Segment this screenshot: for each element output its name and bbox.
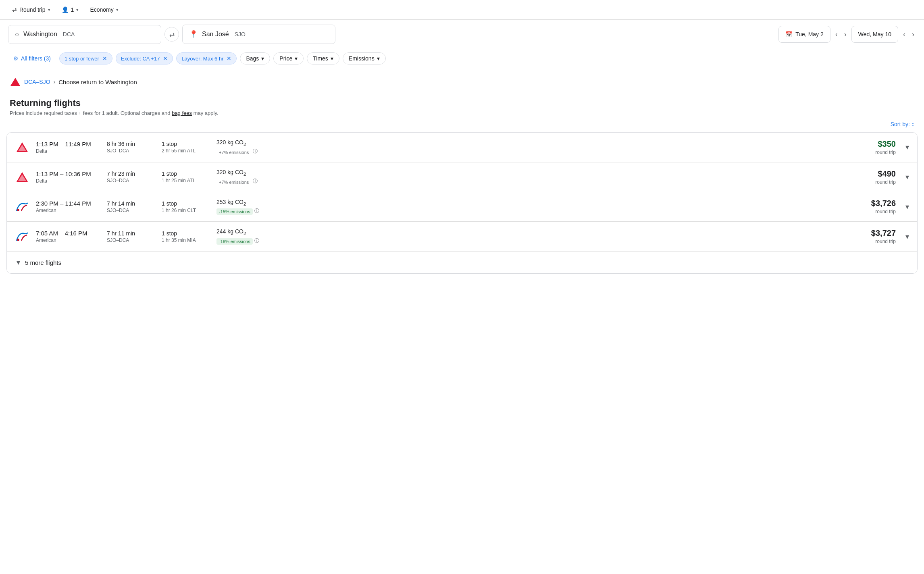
trip-type-selector[interactable]: ⇄ Round trip ▾ xyxy=(8,4,54,15)
stop-chip-close[interactable]: ✕ xyxy=(102,55,107,62)
origin-icon: ○ xyxy=(15,30,19,39)
depart-date-field[interactable]: 📅 Tue, May 2 xyxy=(778,26,830,43)
flight-duration: 7 hr 14 min SJO–DCA xyxy=(107,200,155,213)
price-amount: $3,727 xyxy=(855,229,896,238)
trip-type-chevron: ▾ xyxy=(48,7,50,12)
expand-icon[interactable]: ▾ xyxy=(905,173,909,181)
emissions-filter-button[interactable]: Emissions ▾ xyxy=(343,52,386,64)
destination-field[interactable]: 📍 San José SJO xyxy=(182,25,335,44)
exclude-chip-close[interactable]: ✕ xyxy=(163,55,168,62)
flight-stops: 1 stop 2 hr 55 min ATL xyxy=(162,141,210,154)
stops-main: 1 stop xyxy=(162,171,210,177)
stops-detail: 2 hr 55 min ATL xyxy=(162,148,210,154)
return-next-btn[interactable]: › xyxy=(910,29,916,40)
bags-filter-button[interactable]: Bags ▾ xyxy=(240,52,270,64)
duration-main: 8 hr 36 min xyxy=(107,141,155,147)
price-chevron: ▾ xyxy=(295,55,298,62)
expand-icon[interactable]: ▾ xyxy=(905,143,909,152)
svg-point-5 xyxy=(17,209,19,211)
cabin-selector[interactable]: Economy ▾ xyxy=(86,4,122,15)
flight-price: $3,727 round trip xyxy=(855,229,896,244)
flight-airline: Delta xyxy=(36,178,100,184)
flight-time-range: 2:30 PM – 11:44 PM xyxy=(36,200,100,207)
passengers-label: 1 xyxy=(71,6,74,13)
search-bar: ○ Washington DCA ⇄ 📍 San José SJO 📅 Tue,… xyxy=(0,20,924,49)
more-flights-row[interactable]: ▾ 5 more flights xyxy=(7,252,917,273)
all-filters-button[interactable]: ⚙ All filters (3) xyxy=(8,52,56,64)
stop-chip-label: 1 stop or fewer xyxy=(65,56,99,62)
price-type: round trip xyxy=(855,179,896,185)
price-label: Price xyxy=(279,55,292,62)
price-filter-button[interactable]: Price ▾ xyxy=(273,52,304,64)
returning-flights-title: Returning flights xyxy=(10,98,914,108)
stops-main: 1 stop xyxy=(162,141,210,147)
origin-city: Washington xyxy=(23,31,57,38)
cabin-label: Economy xyxy=(90,6,113,13)
bags-label: Bags xyxy=(246,55,259,62)
emissions-label: Emissions xyxy=(349,55,375,62)
breadcrumb-route-link[interactable]: DCA–SJO xyxy=(24,79,50,85)
emissions-badge: -15% emissions xyxy=(216,208,253,215)
flight-times: 2:30 PM – 11:44 PM American xyxy=(36,200,100,213)
expand-icon[interactable]: ▾ xyxy=(905,232,909,241)
sort-button[interactable]: Sort by: ↕ xyxy=(891,121,914,127)
duration-main: 7 hr 14 min xyxy=(107,200,155,207)
flight-row[interactable]: 1:13 PM – 10:36 PM Delta 7 hr 23 min SJO… xyxy=(7,162,917,192)
duration-route: SJO–DCA xyxy=(107,237,155,243)
return-prev-btn[interactable]: ‹ xyxy=(901,29,907,40)
flight-row[interactable]: 7:05 AM – 4:16 PM American 7 hr 11 min S… xyxy=(7,222,917,252)
flight-duration: 7 hr 23 min SJO–DCA xyxy=(107,171,155,183)
passengers-selector[interactable]: 👤 1 ▾ xyxy=(58,4,83,15)
destination-city: San José xyxy=(202,31,229,38)
expand-icon[interactable]: ▾ xyxy=(905,202,909,211)
airline-logo-delta xyxy=(15,170,29,184)
flight-time-range: 7:05 AM – 4:16 PM xyxy=(36,230,100,237)
duration-route: SJO–DCA xyxy=(107,208,155,213)
flight-airline: American xyxy=(36,237,100,243)
flight-emissions: 244 kg CO2 -18% emissions ⓘ xyxy=(216,228,281,245)
return-date-field[interactable]: Wed, May 10 xyxy=(851,26,898,43)
layover-filter-chip[interactable]: Layover: Max 6 hr ✕ xyxy=(176,52,237,64)
airline-logo-delta xyxy=(15,140,29,154)
emissions-row: +7% emissions ⓘ xyxy=(216,177,281,185)
origin-field[interactable]: ○ Washington DCA xyxy=(8,25,161,44)
filters-bar: ⚙ All filters (3) 1 stop or fewer ✕ Excl… xyxy=(0,49,924,68)
emissions-main: 244 kg CO2 xyxy=(216,228,281,236)
swap-button[interactable]: ⇄ xyxy=(164,27,179,42)
emissions-badge: +7% emissions xyxy=(216,179,251,185)
times-chevron: ▾ xyxy=(331,55,333,62)
emissions-row: -18% emissions ⓘ xyxy=(216,237,281,245)
exclude-filter-chip[interactable]: Exclude: CA +17 ✕ xyxy=(116,52,173,64)
passengers-chevron: ▾ xyxy=(76,7,79,12)
bag-fees-link[interactable]: bag fees xyxy=(172,110,192,116)
arrows-icon: ⇄ xyxy=(12,6,17,13)
returning-flights-header: Returning flights Prices include require… xyxy=(0,92,924,118)
flight-duration: 8 hr 36 min SJO–DCA xyxy=(107,141,155,154)
stop-filter-chip[interactable]: 1 stop or fewer ✕ xyxy=(59,52,112,64)
flight-stops: 1 stop 1 hr 26 min CLT xyxy=(162,200,210,213)
price-amount: $490 xyxy=(855,169,896,179)
depart-prev-btn[interactable]: ‹ xyxy=(834,29,839,40)
more-flights-expand-icon: ▾ xyxy=(17,258,20,267)
emissions-badge: +7% emissions xyxy=(216,149,251,156)
flight-row[interactable]: 1:13 PM – 11:49 PM Delta 8 hr 36 min SJO… xyxy=(7,133,917,162)
emissions-info-icon: ⓘ xyxy=(254,208,259,214)
stops-detail: 1 hr 26 min CLT xyxy=(162,208,210,213)
depart-date-label: Tue, May 2 xyxy=(795,31,824,37)
price-type: round trip xyxy=(855,150,896,155)
subtitle-text: Prices include required taxes + fees for… xyxy=(10,110,172,116)
svg-point-6 xyxy=(17,239,19,241)
cabin-chevron: ▾ xyxy=(116,7,119,12)
sort-label: Sort by: xyxy=(891,121,910,127)
price-amount: $3,726 xyxy=(855,199,896,208)
depart-next-btn[interactable]: › xyxy=(843,29,848,40)
sort-row: Sort by: ↕ xyxy=(0,118,924,132)
emissions-main: 320 kg CO2 xyxy=(216,169,281,177)
flight-emissions: 253 kg CO2 -15% emissions ⓘ xyxy=(216,199,281,215)
flight-airline: Delta xyxy=(36,148,100,154)
duration-main: 7 hr 23 min xyxy=(107,171,155,177)
stops-main: 1 stop xyxy=(162,230,210,237)
layover-chip-close[interactable]: ✕ xyxy=(227,55,231,62)
flight-row[interactable]: 2:30 PM – 11:44 PM American 7 hr 14 min … xyxy=(7,192,917,222)
times-filter-button[interactable]: Times ▾ xyxy=(307,52,339,64)
